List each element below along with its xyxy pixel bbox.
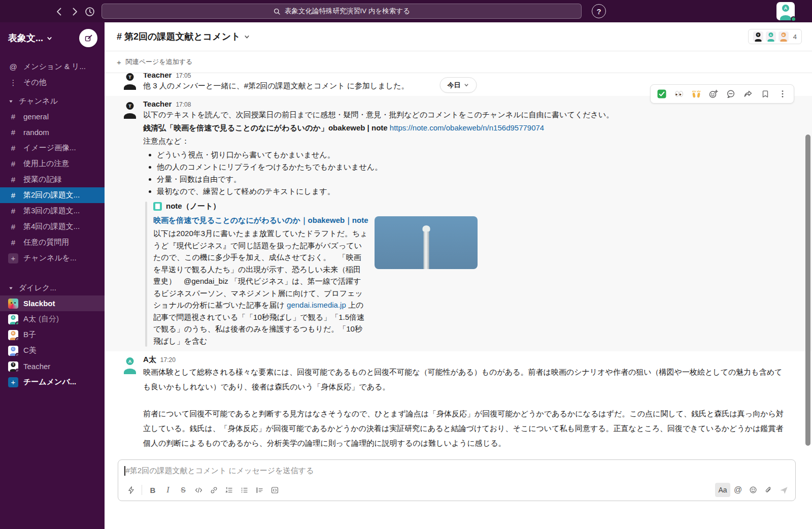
shortcuts-button[interactable] bbox=[123, 483, 139, 497]
sidebar-channel-random[interactable]: #random bbox=[0, 124, 105, 140]
channel-members-button[interactable]: T A B 4 bbox=[748, 29, 802, 44]
sidebar-channel-questions[interactable]: #任意の質問用 bbox=[0, 235, 105, 250]
blockquote-button[interactable] bbox=[252, 483, 267, 497]
link-icon bbox=[210, 486, 218, 494]
hash-icon: # bbox=[8, 112, 18, 121]
account-avatar[interactable]: A bbox=[776, 2, 795, 20]
send-message-button[interactable] bbox=[776, 483, 791, 497]
sidebar-item-more[interactable]: ⋮ その他 bbox=[0, 75, 105, 90]
sidebar-channel-session2-selected[interactable]: #第2回の課題文... bbox=[0, 187, 105, 203]
inline-code-button[interactable] bbox=[191, 483, 206, 497]
avatar-ata[interactable]: A bbox=[121, 356, 139, 374]
card-desc-text: 以下は2020年3月に書いたまま放置していたドラフトだ。ちょうど『現代ビジネス』… bbox=[153, 229, 368, 309]
scrollbar-thumb[interactable] bbox=[805, 135, 810, 446]
dm-bko[interactable]: B B子 bbox=[0, 327, 105, 343]
avatar-teacher[interactable]: T bbox=[121, 73, 139, 90]
search-placeholder: 表象文化論特殊研究演習IV 内を検索する bbox=[285, 7, 410, 16]
history-back-button[interactable] bbox=[53, 5, 66, 18]
workspace-header[interactable]: 表象文... bbox=[0, 22, 105, 54]
reference-url-link[interactable]: https://note.com/obakeweb/n/n156d9577907… bbox=[390, 123, 544, 132]
sidebar-channel-class-records[interactable]: #授業の記録 bbox=[0, 172, 105, 187]
clock-icon bbox=[84, 6, 95, 17]
bold-button[interactable]: B bbox=[145, 483, 160, 497]
sidebar-add-teammates[interactable]: + チームメンバ... bbox=[0, 374, 105, 390]
sidebar-channel-images[interactable]: #イメージ画像... bbox=[0, 140, 105, 156]
reply-in-thread-button[interactable] bbox=[723, 86, 739, 102]
mention-button[interactable]: @ bbox=[730, 483, 746, 497]
search-bar[interactable]: 表象文化論特殊研究演習IV 内を検索する bbox=[101, 4, 582, 19]
message-input[interactable]: #第2回の課題文献とコメント にメッセージを送信する bbox=[118, 460, 795, 481]
message-content: Teacher 17:08 以下のテキストを読んで、次回授業日の前日までに感想・… bbox=[143, 100, 784, 348]
paperclip-icon bbox=[764, 485, 773, 494]
message-timestamp[interactable]: 17:08 bbox=[176, 101, 191, 108]
reaction-check-button[interactable] bbox=[654, 86, 670, 102]
check-mark-emoji-icon bbox=[657, 89, 667, 99]
thread-comment-icon bbox=[726, 89, 736, 99]
dm-name: A太 bbox=[23, 314, 36, 324]
caret-down-icon bbox=[8, 285, 14, 291]
channel-title-button[interactable]: # 第2回の課題文献とコメント bbox=[117, 30, 250, 43]
sidebar-channel-session4[interactable]: #第4回の課題文... bbox=[0, 219, 105, 235]
bulleted-list-button[interactable] bbox=[236, 483, 252, 497]
chevron-down-icon bbox=[464, 82, 469, 88]
sidebar-item-mentions[interactable]: @ メンション & リ... bbox=[0, 59, 105, 75]
channels-section-toggle[interactable]: チャンネル bbox=[0, 93, 105, 109]
message-author[interactable]: Teacher bbox=[143, 100, 172, 108]
dms-section-toggle[interactable]: ダイレク... bbox=[0, 280, 105, 295]
link-preview-image[interactable] bbox=[375, 216, 478, 269]
emoji-button[interactable] bbox=[746, 483, 761, 497]
save-message-button[interactable] bbox=[757, 86, 773, 102]
ordered-list-button[interactable] bbox=[221, 483, 236, 497]
card-desc-link[interactable]: gendai.ismedia.jp bbox=[287, 301, 346, 309]
link-button[interactable] bbox=[206, 483, 221, 497]
dm-ata-self[interactable]: A A太 (自分) bbox=[0, 311, 105, 327]
sidebar-channel-session3[interactable]: #第3回の課題文... bbox=[0, 203, 105, 219]
message-author[interactable]: Teacher bbox=[143, 73, 172, 79]
history-forward-button[interactable] bbox=[68, 5, 81, 18]
avatar: C bbox=[8, 346, 18, 356]
message-actions-toolbar bbox=[650, 84, 794, 104]
more-actions-button[interactable] bbox=[774, 86, 791, 102]
add-reaction-button[interactable] bbox=[705, 86, 722, 102]
plus-icon: + bbox=[8, 253, 18, 263]
avatar: B bbox=[8, 330, 18, 340]
reaction-raised-hands-button[interactable] bbox=[688, 86, 704, 102]
help-icon: ? bbox=[596, 7, 601, 16]
channel-label: general bbox=[23, 112, 49, 121]
message-teacher: T Teacher 17:08 以下のテキストを読んで、次回授業日の前日までに感… bbox=[105, 96, 812, 351]
hash-icon: # bbox=[8, 207, 18, 215]
strikethrough-button[interactable]: S bbox=[176, 483, 191, 497]
new-message-button[interactable] bbox=[79, 29, 97, 47]
card-title-link[interactable]: 映画を倍速で見ることのなにがわるいのか｜obakeweb｜note bbox=[153, 214, 368, 226]
dm-teacher[interactable]: T Teacher bbox=[0, 358, 105, 374]
message-timestamp[interactable]: 17:20 bbox=[160, 356, 176, 363]
channels-section-label: チャンネル bbox=[19, 96, 58, 106]
format-toggle-button[interactable]: Aa bbox=[715, 483, 730, 497]
dm-cmi[interactable]: C C美 bbox=[0, 343, 105, 358]
avatar: T bbox=[8, 361, 18, 372]
member-avatar: A bbox=[766, 31, 776, 42]
italic-button[interactable]: I bbox=[160, 483, 176, 497]
message-paragraph: 前者について回復不可能であると判断する見方はなさそうなので、ひとまず論点は「身体… bbox=[143, 406, 784, 450]
history-menu-button[interactable] bbox=[83, 5, 96, 18]
share-message-button[interactable] bbox=[740, 86, 756, 102]
code-block-icon bbox=[270, 486, 279, 494]
message-author[interactable]: A太 bbox=[143, 355, 156, 365]
code-block-button[interactable] bbox=[267, 483, 282, 497]
dm-self-suffix: (自分) bbox=[39, 314, 59, 324]
sidebar-add-channel[interactable]: +チャンネルを... bbox=[0, 250, 105, 266]
sidebar-channel-general[interactable]: #general bbox=[0, 109, 105, 124]
bookmarks-bar[interactable]: + 関連ページを追加する bbox=[105, 51, 812, 73]
text-caret bbox=[124, 466, 125, 476]
channel-label: 第2回の課題文... bbox=[23, 190, 80, 200]
sidebar-channel-usage-notes[interactable]: #使用上の注意 bbox=[0, 156, 105, 172]
hash-icon: # bbox=[8, 175, 18, 184]
avatar-teacher[interactable]: T bbox=[121, 101, 139, 119]
attach-file-button[interactable] bbox=[761, 483, 776, 497]
date-divider-pill[interactable]: 今日 bbox=[440, 77, 477, 93]
message-timestamp[interactable]: 17:05 bbox=[176, 73, 191, 79]
help-button[interactable]: ? bbox=[592, 4, 606, 18]
dm-slackbot[interactable]: Slackbot bbox=[0, 295, 105, 311]
reaction-eyes-button[interactable] bbox=[671, 86, 687, 102]
channel-label: random bbox=[23, 128, 49, 137]
